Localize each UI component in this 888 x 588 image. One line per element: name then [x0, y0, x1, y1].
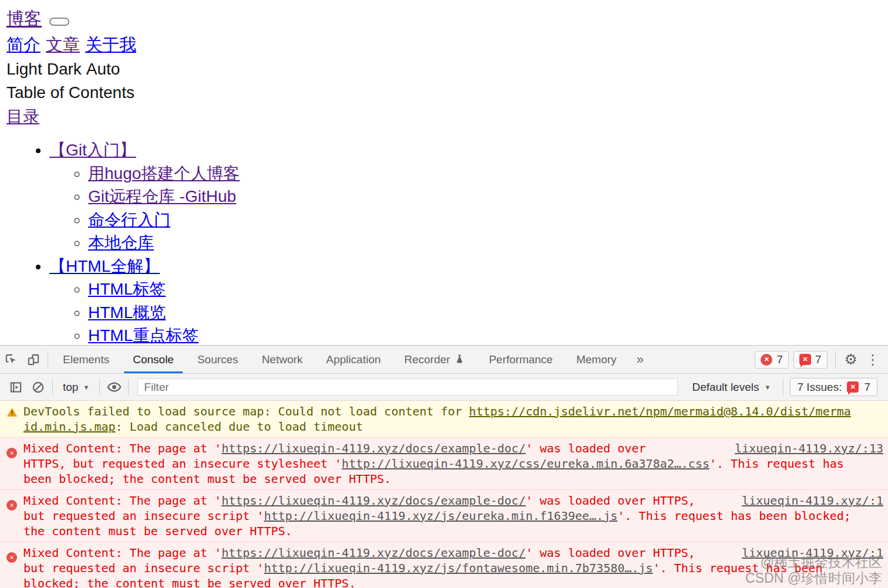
- inspect-element-icon[interactable]: [0, 350, 22, 370]
- tab-network[interactable]: Network: [250, 346, 315, 373]
- console-text: ' was loaded over: [526, 441, 646, 455]
- console-text: '. This request has: [709, 457, 844, 471]
- toc-subitem: HTML标签: [88, 278, 888, 301]
- issues-icon: ✕: [847, 381, 859, 393]
- console-message-line: lixueqin-4119.xyz/:1Mixed Content: The p…: [23, 545, 883, 560]
- tab-application[interactable]: Application: [314, 346, 392, 373]
- filter-input[interactable]: [137, 379, 678, 396]
- console-text: ' was loaded over HTTPS,: [526, 546, 695, 560]
- flask-icon: [454, 354, 465, 365]
- tab-console[interactable]: Console: [121, 346, 186, 373]
- console-message-line: HTTPS, but requested an insecure stylesh…: [23, 456, 883, 471]
- console-link[interactable]: https://cdn.jsdelivr.net/npm/mermaid@8.1…: [469, 404, 851, 418]
- toc-link[interactable]: 【Git入门】: [49, 141, 136, 159]
- tab-label: Elements: [63, 353, 109, 366]
- console-message: DevTools failed to load source map: Coul…: [0, 401, 888, 437]
- toc-link[interactable]: Git远程仓库 -GitHub: [88, 187, 236, 205]
- console-messages: DevTools failed to load source map: Coul…: [0, 401, 888, 588]
- context-selector[interactable]: top ▼: [56, 381, 96, 394]
- console-text: ' was loaded over HTTPS,: [526, 494, 695, 508]
- site-nav: 简介文章关于我: [6, 32, 888, 58]
- tab-sources[interactable]: Sources: [186, 346, 250, 373]
- tab-label: Recorder: [404, 353, 450, 366]
- settings-gear-icon[interactable]: ⚙: [839, 351, 863, 368]
- theme-option-light[interactable]: Light: [6, 60, 42, 78]
- console-text: '. This request has been blocked;: [617, 509, 850, 523]
- toc-top-link[interactable]: 目录: [6, 107, 39, 126]
- error-count: 7: [776, 353, 783, 366]
- tab-label: Memory: [576, 353, 617, 366]
- tab-elements[interactable]: Elements: [51, 346, 121, 373]
- toc-subitem: 用hugo搭建个人博客: [88, 162, 888, 185]
- brand-link[interactable]: 博客: [6, 6, 42, 32]
- tab-memory[interactable]: Memory: [564, 346, 628, 373]
- device-toolbar-icon[interactable]: [22, 350, 45, 370]
- toc-subitem: HTML重点标签: [88, 324, 888, 345]
- devtools-tabbar: ElementsConsoleSourcesNetworkApplication…: [0, 346, 888, 374]
- chevron-down-icon: ▼: [83, 384, 89, 391]
- nav-link[interactable]: 关于我: [85, 35, 136, 54]
- source-location-link[interactable]: lixueqin-4119.xyz/:1: [742, 493, 883, 508]
- more-tabs-button[interactable]: »: [628, 352, 652, 367]
- tab-recorder[interactable]: Recorder: [392, 346, 477, 373]
- console-text: Mixed Content: The page at ': [23, 494, 221, 508]
- toc-link[interactable]: 用hugo搭建个人博客: [88, 164, 240, 183]
- chevron-down-icon: ▼: [764, 384, 771, 391]
- console-message-line: lixueqin-4119.xyz/:1Mixed Content: The p…: [23, 493, 883, 508]
- toc-item: 【Git入门】用hugo搭建个人博客Git远程仓库 -GitHub命令行入门本地…: [49, 138, 888, 255]
- console-text: Mixed Content: The page at ': [23, 441, 221, 455]
- console-link[interactable]: http://lixueqin-4119.xyz/css/eureka.min.…: [342, 457, 709, 471]
- issue-count: 7: [815, 353, 822, 366]
- error-count-badge[interactable]: ✕ 7: [755, 351, 789, 369]
- console-link[interactable]: https://lixueqin-4119.xyz/docs/example-d…: [221, 546, 526, 560]
- toc-item: 【HTML全解】HTML标签HTML概览HTML重点标签: [49, 255, 888, 346]
- tab-label: Performance: [489, 353, 553, 366]
- theme-option-auto[interactable]: Auto: [86, 60, 120, 78]
- console-link[interactable]: id.min.js.map: [23, 420, 116, 434]
- divider: [99, 379, 100, 396]
- toc-link[interactable]: 本地仓库: [88, 234, 154, 252]
- console-link[interactable]: http://lixueqin-4119.xyz/js/fontawesome.…: [264, 561, 652, 575]
- clear-console-icon[interactable]: [27, 377, 49, 397]
- tab-label: Network: [262, 353, 303, 366]
- divider: [52, 379, 53, 396]
- error-icon: ✕: [6, 548, 17, 563]
- error-circle-glyph: ✕: [6, 500, 17, 511]
- console-link[interactable]: https://lixueqin-4119.xyz/docs/example-d…: [221, 441, 526, 455]
- toc-subitem: Git远程仓库 -GitHub: [88, 185, 888, 208]
- menu-toggle-pill[interactable]: [49, 18, 69, 26]
- log-levels-dropdown[interactable]: Default levels ▼: [679, 381, 780, 394]
- live-expression-eye-icon[interactable]: [103, 377, 125, 397]
- console-text: but requested an insecure script ': [23, 561, 264, 575]
- context-label: top: [63, 381, 78, 394]
- toc-link[interactable]: 【HTML全解】: [49, 257, 160, 275]
- console-text: blocked; the content must be served over…: [23, 576, 356, 588]
- console-sidebar-toggle-icon[interactable]: [5, 377, 27, 397]
- tab-performance[interactable]: Performance: [477, 346, 564, 373]
- console-message: ✕lixueqin-4119.xyz/:1Mixed Content: The …: [0, 489, 888, 542]
- toc-link[interactable]: 命令行入门: [88, 211, 170, 229]
- toc-subitem: HTML概览: [88, 301, 888, 325]
- toc-subitem: 本地仓库: [88, 231, 888, 255]
- issues-button[interactable]: 7 Issues: ✕ 7: [790, 378, 877, 396]
- console-link[interactable]: http://lixueqin-4119.xyz/js/eureka.min.f…: [264, 509, 617, 523]
- nav-link[interactable]: 文章: [46, 35, 80, 54]
- error-circle-glyph: ✕: [6, 552, 17, 563]
- nav-link[interactable]: 简介: [6, 35, 41, 54]
- issue-count-badge[interactable]: ✕ 7: [793, 351, 828, 369]
- divider: [783, 379, 783, 396]
- issues-count: 7: [864, 381, 870, 394]
- theme-option-dark[interactable]: Dark: [47, 60, 82, 78]
- theme-switcher: LightDarkAuto: [6, 58, 888, 81]
- issues-icon: ✕: [799, 354, 811, 365]
- toc-link[interactable]: HTML重点标签: [88, 326, 199, 344]
- devtools-tabs: ElementsConsoleSourcesNetworkApplication…: [51, 346, 628, 373]
- console-toolbar: top ▼ Default levels ▼ 7 Issues: ✕ 7: [0, 374, 888, 401]
- toc-link[interactable]: HTML概览: [88, 303, 166, 322]
- toc-sublist: 用hugo搭建个人博客Git远程仓库 -GitHub命令行入门本地仓库: [49, 162, 888, 255]
- source-location-link[interactable]: lixueqin-4119.xyz/:13: [735, 441, 883, 456]
- overflow-menu-icon[interactable]: ⋮: [863, 352, 884, 368]
- console-link[interactable]: https://lixueqin-4119.xyz/docs/example-d…: [221, 494, 526, 508]
- toc-link[interactable]: HTML标签: [88, 280, 166, 298]
- source-location-link[interactable]: lixueqin-4119.xyz/:1: [742, 545, 883, 560]
